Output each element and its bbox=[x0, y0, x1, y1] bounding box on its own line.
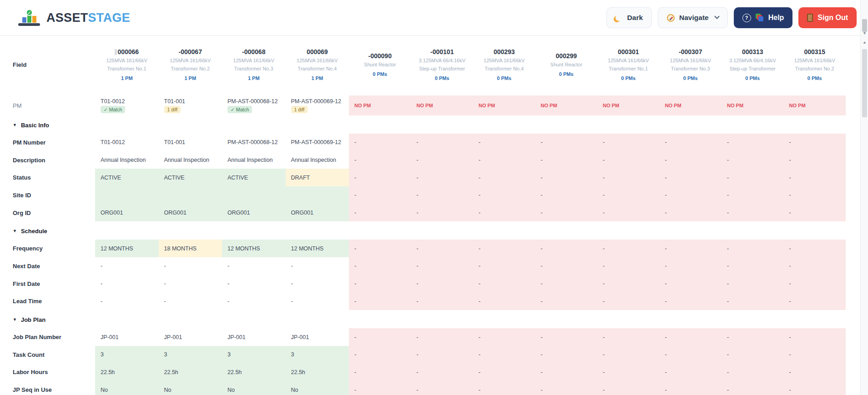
asset-id: 000293 bbox=[494, 48, 515, 55]
asset-id: 000066 bbox=[115, 48, 139, 55]
empty-value-cell: - bbox=[722, 240, 784, 257]
empty-value-cell: - bbox=[535, 240, 598, 257]
row-label: First Date bbox=[0, 275, 95, 293]
empty-value-cell: - bbox=[535, 328, 598, 346]
dark-mode-button[interactable]: Dark bbox=[606, 7, 652, 28]
value-cell: - bbox=[95, 293, 159, 310]
empty-value-cell: - bbox=[722, 328, 784, 346]
value-cell: T01-001 bbox=[159, 134, 222, 151]
empty-value-cell: - bbox=[597, 346, 660, 364]
pm-summary-row: PM T01-0012✓ MatchT01-0011 diffPM-AST-00… bbox=[0, 95, 868, 115]
section-header-basic-info[interactable]: ▼Basic Info bbox=[0, 116, 868, 134]
scrollbar-thumb[interactable] bbox=[862, 49, 867, 117]
no-pm-cell: NO PM bbox=[660, 95, 722, 115]
compass-icon bbox=[667, 14, 675, 22]
empty-value-cell: - bbox=[784, 204, 846, 222]
empty-value-cell: - bbox=[535, 364, 598, 381]
asset-column-header-000315: 000315125MVA 161/66kV Transformer No.20 … bbox=[784, 36, 846, 93]
door-icon bbox=[807, 14, 813, 22]
row-label: Site ID bbox=[0, 186, 95, 204]
pm-id-value: PM-AST-000069-12 bbox=[291, 98, 341, 105]
check-badge-icon: ✓ bbox=[26, 9, 33, 16]
app-logo[interactable]: ✓ ASSETSTAGE bbox=[18, 9, 130, 27]
value-cell: - bbox=[159, 293, 222, 310]
no-pm-cell: NO PM bbox=[784, 95, 846, 115]
value-cell: Annual Inspection bbox=[95, 151, 159, 169]
pm-count-badge: 1 PM bbox=[248, 75, 260, 81]
empty-value-cell: - bbox=[473, 328, 535, 346]
value-cell: 12 MONTHS bbox=[95, 240, 159, 257]
scroll-down-arrow-icon[interactable]: ▼ bbox=[861, 31, 868, 35]
empty-value-cell: - bbox=[473, 364, 535, 381]
value-cell: - bbox=[159, 257, 222, 275]
value-cell: No bbox=[159, 381, 222, 395]
pm-count-badge: 0 PMs bbox=[435, 75, 449, 81]
empty-value-cell: - bbox=[660, 293, 722, 310]
empty-value-cell: - bbox=[535, 381, 598, 395]
empty-value-cell: - bbox=[784, 151, 846, 169]
empty-value-cell: - bbox=[411, 204, 474, 222]
empty-value-cell: - bbox=[660, 328, 722, 346]
asset-id: 000313 bbox=[742, 48, 763, 55]
empty-value-cell: - bbox=[784, 346, 846, 364]
row-label: Frequency bbox=[0, 240, 95, 257]
empty-value-cell: - bbox=[411, 186, 474, 204]
moon-icon bbox=[616, 15, 622, 21]
value-cell: JP-001 bbox=[95, 328, 159, 346]
empty-value-cell: - bbox=[473, 204, 535, 222]
empty-value-cell: - bbox=[722, 169, 784, 186]
empty-value-cell: - bbox=[349, 364, 411, 381]
empty-value-cell: - bbox=[784, 293, 846, 310]
data-row-labor-hours: Labor Hours22.5h22.5h22.5h22.5h-------- bbox=[0, 364, 868, 381]
asset-description: 3.125MVA 66/4.16kV Step-up Transformer bbox=[413, 57, 472, 72]
value-cell: 18 MONTHS bbox=[159, 240, 222, 257]
pm-count-badge: 0 PMs bbox=[373, 71, 387, 77]
empty-value-cell: - bbox=[722, 293, 784, 310]
empty-value-cell: - bbox=[535, 151, 598, 169]
asset-id: 000069 bbox=[307, 48, 328, 55]
app-title: ASSETSTAGE bbox=[46, 11, 130, 25]
navigate-button[interactable]: Navigate bbox=[658, 7, 728, 28]
empty-value-cell: - bbox=[349, 275, 411, 293]
pm-id-value: T01-001 bbox=[164, 98, 186, 105]
pm-id-value: T01-0012 bbox=[101, 98, 125, 105]
value-cell: ORG001 bbox=[222, 204, 286, 222]
empty-value-cell: - bbox=[660, 169, 722, 186]
scrollbar-thumb-top[interactable] bbox=[862, 19, 867, 32]
empty-value-cell: - bbox=[722, 257, 784, 275]
collapse-triangle-icon: ▼ bbox=[13, 229, 17, 233]
empty-value-cell: - bbox=[597, 134, 660, 151]
scroll-up-arrow-icon[interactable]: ▲ bbox=[861, 40, 868, 45]
empty-value-cell: - bbox=[411, 328, 474, 346]
section-header-schedule[interactable]: ▼Schedule bbox=[0, 222, 868, 240]
section-header-job-plan[interactable]: ▼Job Plan bbox=[0, 311, 868, 328]
asset-column-header-000066: 000066125MVA 161/66kV Transformer No.11 … bbox=[95, 36, 159, 93]
pm-count-badge: 1 PM bbox=[121, 75, 133, 81]
sign-out-button[interactable]: Sign Out bbox=[798, 7, 857, 28]
value-cell: - bbox=[159, 275, 222, 293]
value-cell: - bbox=[95, 275, 159, 293]
value-cell: Annual Inspection bbox=[286, 151, 349, 169]
value-cell: ORG001 bbox=[286, 204, 349, 222]
row-label: Task Count bbox=[0, 346, 95, 364]
value-cell: No bbox=[222, 381, 286, 395]
asset-column-header-000307: -000307125MVA 161/66kV Transformer No.30… bbox=[660, 36, 722, 93]
asset-column-header-000313: 0003133.125MVA 66/4.16kV Step-up Transfo… bbox=[722, 36, 784, 93]
bar-chart-logo-icon: ✓ bbox=[18, 9, 40, 27]
asset-id: -000068 bbox=[242, 48, 265, 55]
value-cell: ACTIVE bbox=[222, 169, 286, 186]
data-row-description: DescriptionAnnual InspectionAnnual Inspe… bbox=[0, 151, 868, 169]
row-label: Next Date bbox=[0, 257, 95, 275]
asset-description: 125MVA 161/66kV Transformer No.3 bbox=[224, 57, 284, 72]
help-button[interactable]: ? Help bbox=[734, 7, 793, 28]
row-label: Job Plan Number bbox=[0, 328, 95, 346]
empty-value-cell: - bbox=[784, 364, 846, 381]
scrollbar[interactable]: ▼ ▲ bbox=[860, 0, 868, 395]
pm-count-badge: 0 PMs bbox=[497, 75, 511, 81]
empty-value-cell: - bbox=[784, 186, 846, 204]
empty-value-cell: - bbox=[660, 186, 722, 204]
asset-column-header-000101: -0001013.125MVA 66/4.16kV Step-up Transf… bbox=[411, 36, 474, 93]
empty-value-cell: - bbox=[473, 293, 535, 310]
empty-value-cell: - bbox=[349, 328, 411, 346]
value-cell: 3 bbox=[286, 346, 349, 364]
